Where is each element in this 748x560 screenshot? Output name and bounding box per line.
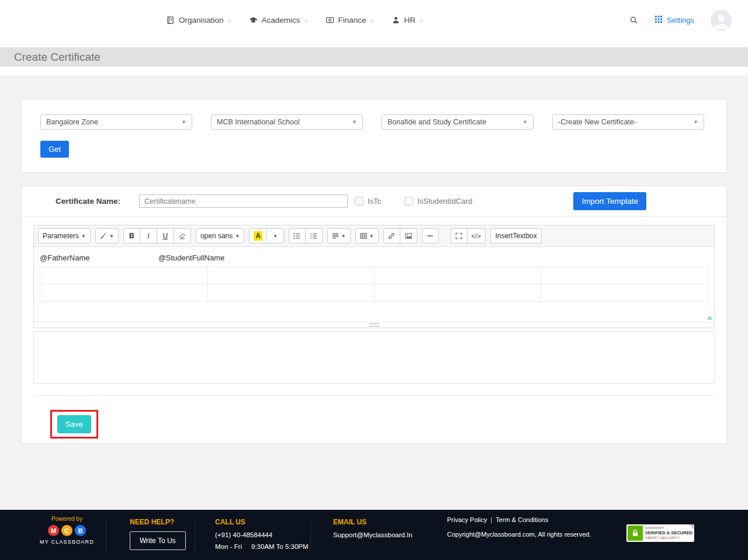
ordered-list-button[interactable] (306, 228, 323, 244)
nav-label: Academics (262, 16, 300, 25)
school-select[interactable]: MCB International School ▼ (211, 114, 363, 130)
certificate-name-label: Certificate Name: (56, 197, 120, 206)
clear-formatting-button[interactable] (174, 228, 191, 244)
certificate-select[interactable]: -Create New Certificate- ▼ (552, 114, 704, 130)
editor-statusbar[interactable] (34, 322, 714, 328)
import-template-button[interactable]: Import Template (573, 192, 646, 210)
footer-legal: Privacy Policy | Term & Conditions Copyr… (447, 510, 591, 538)
nav-item-hr[interactable]: HR › (392, 16, 424, 25)
save-button[interactable]: Save (57, 415, 91, 433)
nav-label: Organisation (179, 16, 224, 25)
certificate-type-select-value: Bonafide and Study Certificate (387, 118, 486, 126)
settings-label: Settings (667, 16, 694, 25)
nav-item-academics[interactable]: Academics › (249, 16, 308, 25)
editor-content-area[interactable]: @FatherName @StudentFullName (34, 247, 714, 322)
token-fathername[interactable]: @FatherName (40, 253, 156, 262)
editor-table-cell[interactable] (40, 267, 207, 284)
code-view-button[interactable]: </> (468, 228, 486, 244)
table-icon (360, 232, 367, 239)
parameters-dropdown-button[interactable]: Parameters ▼ (38, 228, 91, 244)
insert-image-button[interactable] (400, 228, 417, 244)
certificate-select-value: -Create New Certificate- (558, 118, 636, 126)
font-color-dropdown-button[interactable]: ▼ (267, 228, 284, 244)
main-nav: Organisation › Academics › Finance › HR … (166, 16, 423, 25)
horizontal-rule-icon (427, 232, 434, 239)
finance-icon (325, 16, 334, 25)
style-magic-wand-button[interactable]: ▼ (95, 228, 119, 244)
paragraph-align-dropdown-button[interactable]: ▼ (327, 228, 351, 244)
settings-button[interactable]: Settings (654, 15, 694, 25)
zone-select-value: Bangalore Zone (46, 118, 98, 126)
main-content: Bangalore Zone ▼ MCB International Schoo… (0, 75, 748, 510)
nav-item-finance[interactable]: Finance › (325, 16, 374, 25)
badge-verified-label: VERIFIED & SECURED (645, 530, 692, 535)
nav-label: HR (404, 16, 416, 25)
istc-checkbox[interactable]: IsTc (355, 197, 381, 206)
underline-button[interactable]: U (157, 228, 174, 244)
editor-table-cell[interactable] (207, 284, 374, 302)
editor-table-cell[interactable] (374, 284, 541, 302)
chevron-down-icon: ▼ (109, 234, 114, 239)
logo-c-icon: C (61, 525, 72, 536)
table-row (40, 284, 708, 302)
working-days: Mon - Fri (215, 543, 242, 550)
write-to-us-button[interactable]: Write To Us (130, 531, 186, 550)
legal-separator: | (490, 516, 492, 523)
editor-table-cell[interactable] (207, 267, 374, 284)
isstudentidcard-checkbox[interactable]: IsStudentIdCard (404, 197, 472, 206)
godaddy-verified-badge[interactable]: GODADDY VERIFIED & SECURED VERIFY SECURI… (626, 524, 694, 542)
certificate-type-select[interactable]: Bonafide and Study Certificate ▼ (382, 114, 534, 130)
navbar-right: Settings (629, 10, 732, 31)
certificate-name-input[interactable] (139, 194, 348, 208)
nav-item-organisation[interactable]: Organisation › (166, 16, 231, 25)
editor-table-cell[interactable] (541, 267, 708, 284)
chevron-down-icon: ▼ (273, 234, 278, 239)
chevron-right-icon: › (371, 16, 374, 25)
font-family-dropdown-button[interactable]: open sans ▼ (196, 228, 244, 244)
editor-text-line: @FatherName @StudentFullName (40, 253, 708, 262)
unordered-list-button[interactable] (289, 228, 306, 244)
footer: Powered by M C B MY CLASSBOARD NEED HELP… (0, 510, 748, 560)
table-row (40, 267, 708, 284)
chevron-right-icon: › (420, 16, 423, 25)
editor-table-cell[interactable] (40, 284, 207, 302)
page-title-bar: Create Certificate (0, 47, 748, 67)
terms-link[interactable]: Term & Conditions (496, 516, 548, 523)
bold-button[interactable]: B (123, 228, 140, 244)
editor-toolbar: Parameters ▼ ▼ B I U (34, 225, 714, 247)
insert-link-button[interactable] (383, 228, 400, 244)
working-hours: Mon - Fri 9:30AM To 5:30PM (215, 543, 310, 550)
token-studentfullname[interactable]: @StudentFullName (158, 253, 225, 262)
table-dropdown-button[interactable]: ▼ (355, 228, 379, 244)
italic-button[interactable]: I (140, 228, 157, 244)
top-navbar: Organisation › Academics › Finance › HR … (0, 0, 748, 40)
chevron-down-icon: ▼ (181, 119, 186, 125)
font-color-button[interactable]: A (249, 228, 267, 244)
font-family-label: open sans (200, 232, 233, 240)
insert-textbox-button[interactable]: InsertTextbox (490, 228, 541, 244)
link-icon (388, 232, 395, 239)
lock-icon (628, 526, 643, 541)
fullscreen-button[interactable] (451, 228, 468, 244)
editor-table-cell[interactable] (541, 284, 708, 302)
privacy-policy-link[interactable]: Privacy Policy (447, 516, 487, 523)
avatar[interactable] (711, 10, 732, 31)
chevron-down-icon: ▼ (341, 234, 346, 239)
editor-resize-corner-icon[interactable]: ^ (707, 315, 712, 324)
footer-call-us: CALL US (+91) 40-48584444 Mon - Fri 9:30… (195, 510, 310, 550)
mcb-logo: M C B (33, 525, 101, 536)
search-icon[interactable] (629, 16, 638, 25)
support-email[interactable]: Support@Myclassboard.In (333, 531, 435, 538)
zone-select[interactable]: Bangalore Zone ▼ (40, 114, 192, 130)
rich-text-editor: Parameters ▼ ▼ B I U (33, 225, 715, 328)
phone-number: (+91) 40-48584444 (215, 531, 310, 538)
horizontal-rule-button[interactable] (422, 228, 439, 244)
editor-table-cell[interactable] (374, 267, 541, 284)
badge-verify-label: VERIFY SECURITY (645, 536, 692, 541)
powered-by-label: Powered by (33, 516, 101, 522)
hr-icon (392, 16, 400, 25)
badge-fold-icon (689, 524, 694, 530)
get-button[interactable]: Get (40, 141, 69, 158)
editor-secondary-area[interactable] (33, 331, 715, 384)
badge-text: GODADDY VERIFIED & SECURED VERIFY SECURI… (643, 526, 692, 540)
